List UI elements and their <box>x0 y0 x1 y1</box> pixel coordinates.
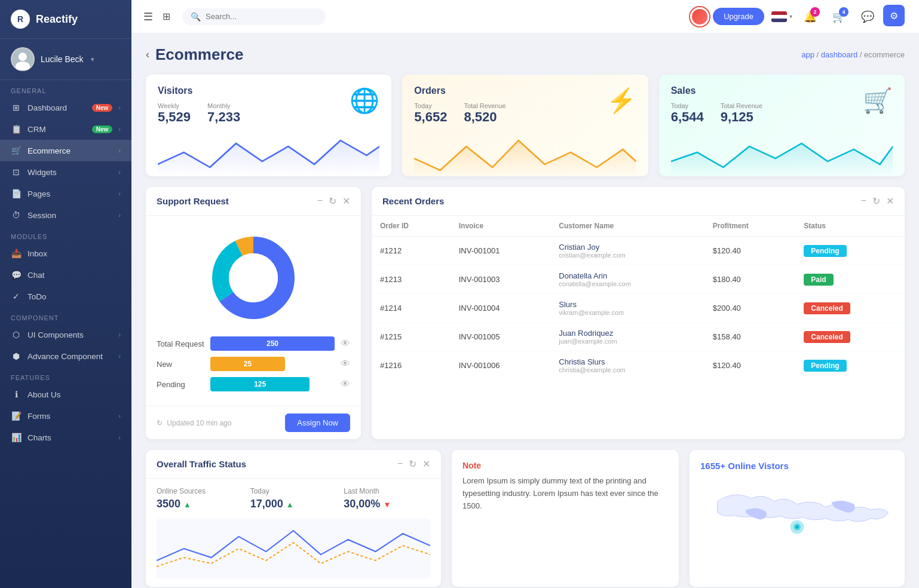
sidebar-item-advance-label: Advance Component <box>27 352 112 361</box>
advance-icon: ⬢ <box>11 351 22 361</box>
search-input[interactable] <box>206 12 313 21</box>
sidebar-general-label: General <box>0 80 131 97</box>
svg-point-9 <box>229 253 278 302</box>
grid-icon[interactable]: ⊞ <box>163 11 170 22</box>
language-selector[interactable]: ▾ <box>771 11 792 22</box>
orders-refresh-icon[interactable]: ↻ <box>872 195 880 207</box>
col-invoice: Invoice <box>451 216 551 237</box>
sidebar-component-label: Component <box>0 307 131 324</box>
total-eye-icon[interactable]: 👁 <box>341 338 350 349</box>
sidebar-item-todo[interactable]: ✓ ToDo <box>0 286 131 307</box>
sidebar-item-session[interactable]: ⏱ Session › <box>0 204 131 226</box>
orders-minimize-icon[interactable]: − <box>861 195 866 207</box>
sidebar-logo[interactable]: R Reactify <box>0 0 131 39</box>
sidebar-item-ecommerce[interactable]: 🛒 Ecommerce › <box>0 140 131 161</box>
sidebar-item-ui-label: UI Components <box>27 330 112 339</box>
sidebar-item-advance-component[interactable]: ⬢ Advance Component › <box>0 345 131 367</box>
back-button[interactable]: ‹ <box>146 48 149 61</box>
support-total-label: Total Request <box>157 339 204 348</box>
notification-badge: 2 <box>810 7 820 17</box>
notifications-button[interactable]: 🔔 2 <box>799 6 821 27</box>
traffic-col-lastmonth: Last Month 30,00% ▼ <box>344 487 430 510</box>
sidebar-item-charts[interactable]: 📊 Charts › <box>0 427 131 448</box>
message-icon: 💬 <box>861 10 874 23</box>
support-footer: ↻ Updated 10 min ago Assign Now <box>146 406 361 439</box>
order-id: #1215 <box>372 323 451 351</box>
sales-card: Sales Today 6,544 Total Revenue 9,125 <box>659 75 905 176</box>
sidebar-item-dashboard[interactable]: ⊞ Dashboard New › <box>0 97 131 118</box>
sidebar-item-chat-label: Chat <box>27 271 121 280</box>
refresh-icon[interactable]: ↻ <box>329 195 336 207</box>
dashboard-icon: ⊞ <box>11 103 22 112</box>
messages-button[interactable]: 💬 <box>857 6 878 27</box>
sidebar-item-pages-label: Pages <box>27 189 112 198</box>
cart-button[interactable]: 🛒 4 <box>828 6 850 27</box>
main-area: ☰ ⊞ 🔍 Upgrade ▾ 🔔 2 🛒 4 💬 ⛶ ⚙ <box>131 0 919 588</box>
col-customer: Customer Name <box>550 216 704 237</box>
session-icon: ⏱ <box>11 210 22 220</box>
traffic-col-online: Online Sources 3500 ▲ <box>157 487 243 510</box>
pending-eye-icon[interactable]: 👁 <box>341 379 350 390</box>
orders-close-icon[interactable]: ✕ <box>886 195 894 207</box>
sidebar-item-widgets-label: Widgets <box>27 168 112 177</box>
orders-actions: − ↻ ✕ <box>861 195 894 207</box>
traffic-down-icon: ▼ <box>383 500 391 509</box>
online-map <box>700 477 894 549</box>
support-new-bar: 25 <box>210 357 285 371</box>
sales-cart-icon: 🛒 <box>863 87 893 115</box>
sidebar-user[interactable]: Lucile Beck ▾ <box>0 39 131 80</box>
support-new-bar-wrap: 25 <box>210 357 335 371</box>
customer-name: Donatella Arin conatella@example.com <box>550 265 704 294</box>
sidebar-item-forms[interactable]: 📝 Forms › <box>0 405 131 427</box>
sidebar-item-inbox[interactable]: 📥 Inbox <box>0 243 131 264</box>
new-eye-icon[interactable]: 👁 <box>341 359 350 369</box>
widgets-arrow-icon: › <box>118 169 121 176</box>
menu-icon[interactable]: ☰ <box>143 10 153 23</box>
upgrade-button[interactable]: Upgrade <box>713 8 764 25</box>
traffic-minimize-icon[interactable]: − <box>397 458 403 470</box>
breadcrumb-app[interactable]: app <box>801 50 814 59</box>
sidebar-item-widgets[interactable]: ⊡ Widgets › <box>0 161 131 183</box>
sidebar-item-ecommerce-label: Ecommerce <box>27 146 112 155</box>
topbar: ☰ ⊞ 🔍 Upgrade ▾ 🔔 2 🛒 4 💬 ⛶ ⚙ <box>131 0 919 33</box>
traffic-actions: − ↻ ✕ <box>397 458 430 470</box>
inbox-icon: 📥 <box>11 249 22 258</box>
close-icon[interactable]: ✕ <box>342 195 350 207</box>
breadcrumb-current: ecommerce <box>864 50 905 59</box>
traffic-refresh-icon[interactable]: ↻ <box>409 458 416 470</box>
middle-row: Support Request − ↻ ✕ <box>146 187 905 439</box>
traffic-close-icon[interactable]: ✕ <box>422 458 430 470</box>
col-order-id: Order ID <box>372 216 451 237</box>
visitors-chart <box>158 134 379 176</box>
refresh-small-icon: ↻ <box>157 419 163 427</box>
user-chevron-icon[interactable]: ▾ <box>91 56 94 63</box>
orders-chart <box>414 134 636 176</box>
ecommerce-icon: 🛒 <box>11 146 22 155</box>
search-bar[interactable]: 🔍 <box>182 8 326 25</box>
support-updated: ↻ Updated 10 min ago <box>157 419 231 427</box>
sidebar-item-dashboard-label: Dashboard <box>27 103 86 112</box>
settings-button[interactable]: ⚙ <box>883 5 905 26</box>
ecommerce-arrow-icon: › <box>118 147 121 154</box>
page-header: ‹ Ecommerce app / dashboard / ecommerce <box>146 45 905 64</box>
sidebar-item-charts-label: Charts <box>27 433 112 442</box>
minimize-icon[interactable]: − <box>317 195 323 207</box>
sidebar-item-about-us[interactable]: ℹ About Us <box>0 384 131 405</box>
upgrade-area: Upgrade <box>690 7 764 26</box>
order-id: #1216 <box>372 351 451 380</box>
sidebar-item-ui-components[interactable]: ⬡ UI Components › <box>0 324 131 345</box>
assign-button[interactable]: Assign Now <box>285 414 350 432</box>
page-title: Ecommerce <box>155 45 243 64</box>
sidebar-item-crm[interactable]: 📋 CRM New › <box>0 118 131 140</box>
breadcrumb-dashboard[interactable]: dashboard <box>821 50 857 59</box>
orders-body: #1212 INV-001001 Cristian Joy cristian@e… <box>372 237 905 380</box>
recent-orders-card: Recent Orders − ↻ ✕ Order ID Invoice Cus… <box>372 187 905 439</box>
traffic-title: Overall Traffic Status <box>157 459 246 469</box>
sidebar-item-chat[interactable]: 💬 Chat <box>0 264 131 286</box>
settings-icon: ⚙ <box>890 10 898 22</box>
sidebar-item-todo-label: ToDo <box>27 292 121 301</box>
sidebar-item-inbox-label: Inbox <box>27 249 121 258</box>
online-count: 1655+ <box>700 461 725 471</box>
sidebar: R Reactify Lucile Beck ▾ General ⊞ Dashb… <box>0 0 131 588</box>
sidebar-item-pages[interactable]: 📄 Pages › <box>0 183 131 204</box>
